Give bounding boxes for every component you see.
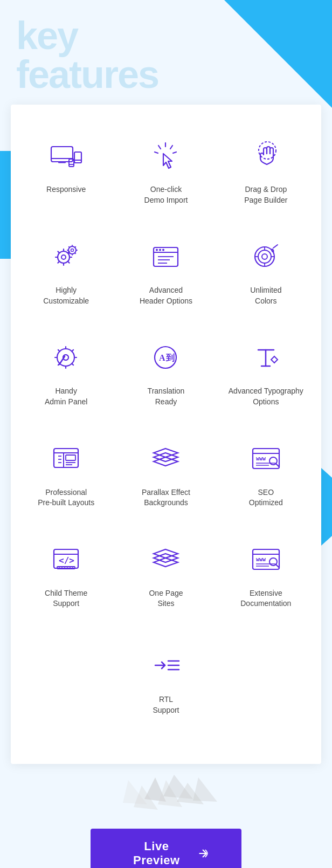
responsive-icon xyxy=(47,137,85,175)
admin-icon xyxy=(47,339,85,376)
features-card: Responsive One-clickDemo Import xyxy=(11,105,321,764)
svg-marker-83 xyxy=(193,777,217,802)
share-icon xyxy=(197,846,209,860)
colors-icon xyxy=(247,238,285,275)
layouts-icon xyxy=(47,440,85,478)
dragdrop-label: Drag & DropPage Builder xyxy=(244,184,287,205)
svg-text:www: www xyxy=(256,556,266,562)
responsive-label: Responsive xyxy=(46,184,86,195)
feature-oneclick: One-clickDemo Import xyxy=(116,121,216,222)
svg-rect-47 xyxy=(66,455,75,460)
feature-customize: HighlyCustomizable xyxy=(16,222,116,322)
svg-point-21 xyxy=(162,249,164,251)
translation-label: TranslationReady xyxy=(148,386,185,407)
features-grid: Responsive One-clickDemo Import xyxy=(16,121,316,625)
shards-svg-top xyxy=(58,775,274,829)
childtheme-icon: </> xyxy=(47,541,85,578)
svg-line-56 xyxy=(276,464,279,466)
customize-label: HighlyCustomizable xyxy=(43,285,89,306)
svg-point-14 xyxy=(61,255,66,259)
svg-line-8 xyxy=(158,146,161,149)
shards-top-decoration xyxy=(0,775,332,829)
childtheme-label: Child ThemeSupport xyxy=(45,588,87,609)
oneclick-icon xyxy=(147,137,185,175)
docs-icon: www xyxy=(247,541,285,578)
svg-text:www: www xyxy=(256,456,266,461)
svg-point-20 xyxy=(159,249,161,251)
customize-icon xyxy=(47,238,85,275)
typography-icon xyxy=(247,339,285,376)
feature-typography: Advanced TypographyOptions xyxy=(216,322,316,423)
preview-section: Live Preview xyxy=(0,775,332,868)
svg-line-9 xyxy=(155,152,158,153)
oneclick-label: One-clickDemo Import xyxy=(144,184,188,205)
svg-line-73 xyxy=(276,564,279,567)
feature-dragdrop: Drag & DropPage Builder xyxy=(216,121,316,222)
translation-icon: A 到 xyxy=(147,339,185,376)
svg-point-26 xyxy=(258,250,271,263)
feature-colors: UnlimitedColors xyxy=(216,222,316,322)
svg-point-16 xyxy=(71,249,74,251)
onepage-label: One PageSites xyxy=(149,588,183,609)
seo-label: SEOOptimized xyxy=(249,487,283,508)
parallax-label: Parallax EffectBackgrounds xyxy=(142,487,190,508)
feature-seo: www SEOOptimized xyxy=(216,424,316,525)
title-line1: key xyxy=(16,16,316,55)
feature-childtheme: </> Child ThemeSupport xyxy=(16,525,116,625)
feature-translation: A 到 TranslationReady xyxy=(116,322,216,423)
layouts-label: ProfessionalPre-built Layouts xyxy=(38,487,94,508)
svg-text:到: 到 xyxy=(165,353,175,362)
dragdrop-icon xyxy=(247,137,285,175)
rtl-icon xyxy=(147,647,185,685)
docs-label: ExtensiveDocumentation xyxy=(240,588,291,609)
svg-line-10 xyxy=(170,146,172,149)
rtl-label: RTLSupport xyxy=(153,694,179,715)
svg-point-19 xyxy=(156,249,158,251)
features-rtl-row: RTLSupport xyxy=(16,625,316,742)
page-title-section: key features xyxy=(0,0,332,105)
feature-onepage: One PageSites xyxy=(116,525,216,625)
live-preview-button[interactable]: Live Preview xyxy=(91,829,241,868)
svg-line-11 xyxy=(173,152,176,153)
feature-admin: HandyAdmin Panel xyxy=(16,322,116,423)
header-label: AdvancedHeader Options xyxy=(140,285,192,306)
feature-docs: www ExtensiveDocumentation xyxy=(216,525,316,625)
seo-icon: www xyxy=(247,440,285,478)
header-icon xyxy=(147,238,185,275)
feature-layouts: ProfessionalPre-built Layouts xyxy=(16,424,116,525)
feature-header: AdvancedHeader Options xyxy=(116,222,216,322)
svg-text:A: A xyxy=(159,353,165,362)
admin-label: HandyAdmin Panel xyxy=(45,386,87,407)
svg-rect-2 xyxy=(58,162,66,163)
colors-label: UnlimitedColors xyxy=(250,285,281,306)
parallax-icon xyxy=(147,440,185,478)
preview-button-label: Live Preview xyxy=(123,839,190,867)
feature-parallax: Parallax EffectBackgrounds xyxy=(116,424,216,525)
title-line2: features xyxy=(16,55,316,94)
svg-rect-3 xyxy=(74,152,81,163)
svg-point-27 xyxy=(262,254,267,259)
feature-rtl: RTLSupport xyxy=(139,631,193,732)
typography-label: Advanced TypographyOptions xyxy=(229,386,303,407)
svg-text:</>: </> xyxy=(59,555,74,566)
feature-responsive: Responsive xyxy=(16,121,116,222)
onepage-icon xyxy=(147,541,185,578)
